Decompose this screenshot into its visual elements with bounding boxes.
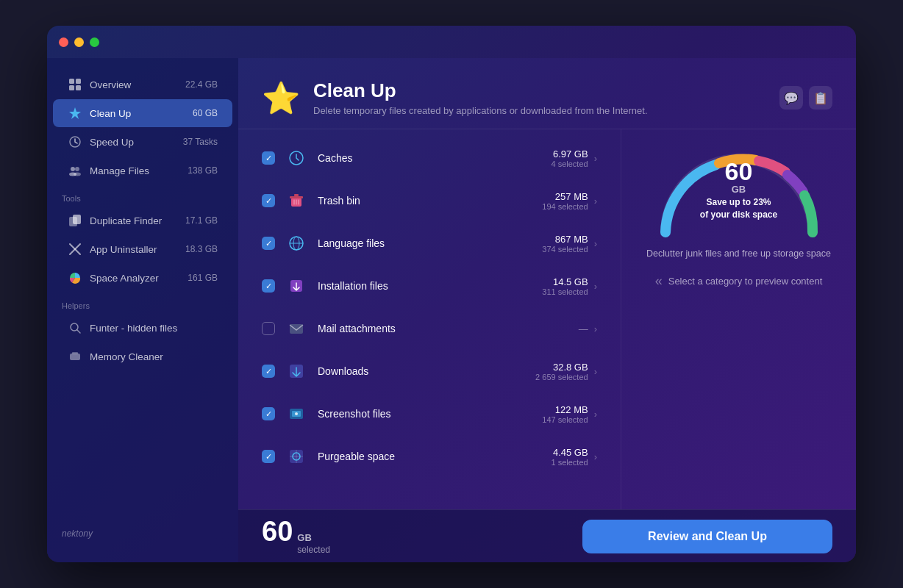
item-name-installationfiles: Installation files [318,280,542,292]
select-category-text: Select a category to preview content [668,276,823,287]
item-icon-installationfiles [284,273,309,298]
sidebar-item-memorycleaner[interactable]: Memory Cleaner [53,343,232,370]
sidebar-section-label: Tools [47,185,238,206]
item-info-caches: 6.97 GB 4 selected [552,148,588,168]
review-cleanup-button[interactable]: Review and Clean Up [582,520,832,553]
app-window: Overview 22.4 GB Clean Up 60 GB Speed Up… [47,26,856,562]
checkbox-purgeablespace[interactable]: ✓ [262,450,275,463]
svg-rect-3 [76,85,81,90]
item-name-downloads: Downloads [318,365,535,377]
svg-marker-4 [69,107,81,119]
item-chevron-mailattachments: › [594,323,597,334]
item-size-screenshotfiles: 122 MB [542,404,588,415]
item-count-languagefiles: 374 selected [542,245,588,254]
speedup-icon [68,135,82,149]
checkbox-screenshotfiles[interactable]: ✓ [262,407,275,420]
sidebar-item-funter[interactable]: Funter - hidden files [53,314,232,342]
list-item-purgeablespace[interactable]: ✓ Purgeable space 4.45 GB 1 selected › [253,437,606,476]
minimize-button[interactable] [74,37,84,47]
managefiles-icon [68,163,82,178]
list-item-screenshotfiles[interactable]: ✓ Screenshot files 122 MB 147 selected › [253,394,606,434]
maximize-button[interactable] [90,37,99,47]
sidebar-item-speedup[interactable]: Speed Up 37 Tasks [53,128,232,156]
close-button[interactable] [59,37,68,47]
svg-rect-11 [73,215,81,224]
main-layout: Overview 22.4 GB Clean Up 60 GB Speed Up… [47,58,856,562]
list-item-installationfiles[interactable]: ✓ Installation files 14.5 GB 311 selecte… [253,266,606,306]
list-item-mailattachments[interactable]: Mail attachments — › [253,309,606,348]
item-name-caches: Caches [318,152,552,164]
checkbox-installationfiles[interactable]: ✓ [262,279,275,293]
gauge-save-line1: Save up to 23% [706,197,771,207]
checkbox-downloads[interactable]: ✓ [262,365,275,378]
item-icon-purgeablespace [284,444,309,469]
item-name-mailattachments: Mail attachments [318,323,579,334]
item-icon-languagefiles [284,231,309,256]
item-chevron-screenshotfiles: › [594,409,597,420]
svg-point-9 [74,173,81,176]
svg-point-7 [75,167,79,171]
item-icon-downloads [284,359,309,384]
list-item-languagefiles[interactable]: ✓ Language files 867 MB 374 selected › [253,223,606,263]
checkbox-caches[interactable]: ✓ [262,151,275,165]
item-icon-trashbin [284,188,309,213]
gauge-unit: GB [700,184,777,195]
item-count-downloads: 2 659 selected [535,373,588,381]
memorycleaner-icon [68,349,82,364]
sidebar-item-label-overview: Overview [90,79,185,90]
item-chevron-trashbin: › [594,196,597,207]
duplicatefinder-icon [68,213,82,228]
item-name-purgeablespace: Purgeable space [318,451,552,462]
sidebar-item-label-speedup: Speed Up [90,137,183,148]
overview-icon [68,77,82,92]
sidebar-item-label-funter: Funter - hidden files [90,323,218,334]
sidebar-item-overview[interactable]: Overview 22.4 GB [53,71,232,98]
page-subtitle: Delete temporary files created by applic… [313,105,648,116]
sidebar-item-duplicatefinder[interactable]: Duplicate Finder 17.1 GB [53,207,232,234]
sidebar-item-managefiles[interactable]: Manage Files 138 GB [53,157,232,184]
checkbox-languagefiles[interactable]: ✓ [262,237,275,250]
appuninstaller-icon [68,242,82,257]
funter-icon [68,320,82,335]
sidebar-item-value-spaceanalyzer: 161 GB [188,273,218,283]
list-item-caches[interactable]: ✓ Caches 6.97 GB 4 selected › [253,138,606,178]
item-size-installationfiles: 14.5 GB [542,276,588,287]
footer-size-info: 60 GB selected [262,516,330,556]
list-item-downloads[interactable]: ✓ Downloads 32.8 GB 2 659 selected › [253,351,606,391]
svg-rect-21 [294,194,299,196]
sidebar-section-label: Helpers [47,293,238,313]
sidebar-item-value-cleanup: 60 GB [193,108,218,118]
item-icon-screenshotfiles [284,401,309,426]
list-item-trashbin[interactable]: ✓ Trash bin 257 MB 194 selected › [253,181,606,220]
item-icon-mailattachments [284,316,309,341]
sidebar-item-appuninstaller[interactable]: App Uninstaller 18.3 GB [53,235,232,263]
sidebar-item-spaceanalyzer[interactable]: Space Analyzer 161 GB [53,264,232,292]
sidebar-item-label-spaceanalyzer: Space Analyzer [90,273,188,284]
gauge-container: 60 GB Save up to 23% of your disk space [651,144,827,240]
chat-button[interactable]: 💬 [779,86,803,110]
sidebar-item-value-overview: 22.4 GB [185,79,218,90]
sidebar-item-label-duplicatefinder: Duplicate Finder [90,215,185,226]
checkbox-trashbin[interactable]: ✓ [262,194,275,207]
svg-line-15 [77,330,80,333]
svg-rect-1 [76,79,81,84]
sidebar-item-label-memorycleaner: Memory Cleaner [90,351,218,362]
footer-size-number: 60 [262,516,293,548]
sidebar: Overview 22.4 GB Clean Up 60 GB Speed Up… [47,58,238,562]
select-category-row: « Select a category to preview content [655,273,823,289]
gauge-size: 60 [700,159,777,184]
sidebar-item-label-appuninstaller: App Uninstaller [90,244,185,255]
page-title-area: Clean Up Delete temporary files created … [313,79,648,116]
page-title: Clean Up [313,79,648,102]
footer-unit-label: GB [297,532,330,545]
item-count-installationfiles: 311 selected [542,287,588,296]
item-chevron-purgeablespace: › [594,451,597,462]
item-size-downloads: 32.8 GB [535,362,588,373]
sidebar-item-label-managefiles: Manage Files [90,165,188,176]
history-button[interactable]: 📋 [809,86,832,110]
brand-logo: nektony [47,517,238,551]
sidebar-item-cleanup[interactable]: Clean Up 60 GB [53,99,232,127]
checkbox-mailattachments[interactable] [262,322,275,335]
sidebar-item-value-duplicatefinder: 17.1 GB [185,215,218,226]
svg-rect-29 [290,324,303,334]
